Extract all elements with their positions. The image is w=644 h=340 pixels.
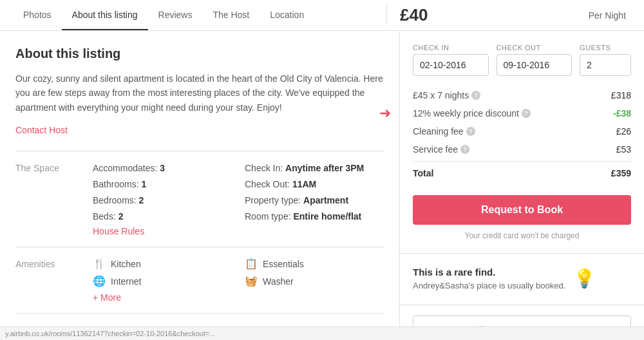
price-header: £40 Per Night bbox=[386, 5, 631, 25]
tab-about-listing[interactable]: About this listing bbox=[62, 1, 148, 30]
cleaning-fee-label: Cleaning fee ? bbox=[413, 126, 475, 137]
table-row: £45 x 7 nights ? £318 bbox=[413, 86, 631, 104]
guests-select[interactable]: 2 1 3 bbox=[580, 54, 631, 76]
amenities-content: 🍴 Kitchen 📋 Essentials 🌐 Internet 🧺 Wash… bbox=[93, 258, 384, 303]
status-bar: y.airbnb.co.uk/rooms/11362147?checkin=02… bbox=[0, 326, 644, 340]
amenity-kitchen: Kitchen bbox=[111, 259, 141, 269]
kitchen-icon: 🍴 bbox=[93, 258, 106, 270]
request-to-book-button[interactable]: Request to Book bbox=[413, 195, 631, 225]
the-space-col2: Check In: Anytime after 3PM Check Out: 1… bbox=[245, 162, 384, 236]
discount-value: -£38 bbox=[613, 108, 631, 118]
page-title: About this listing bbox=[15, 46, 384, 61]
check-in: Check In: Anytime after 3PM bbox=[245, 162, 384, 175]
more-amenities-link[interactable]: + More bbox=[93, 292, 121, 303]
tab-reviews[interactable]: Reviews bbox=[148, 1, 203, 30]
nights-label: £45 x 7 nights ? bbox=[413, 90, 480, 100]
cleaning-fee-value: £26 bbox=[616, 126, 631, 137]
main-layout: About this listing Our cozy, sunny and s… bbox=[0, 31, 644, 340]
service-fee-label: Service fee ? bbox=[413, 144, 469, 155]
the-space-col1: Accommodates: 3 Bathrooms: 1 Bedrooms: 2… bbox=[93, 162, 232, 236]
accommodates: Accommodates: 3 bbox=[93, 162, 232, 175]
amenity-internet: Internet bbox=[111, 276, 141, 287]
amenities-section: Amenities 🍴 Kitchen 📋 Essentials 🌐 Inter… bbox=[15, 247, 384, 313]
top-navigation: Photos About this listing Reviews The Ho… bbox=[0, 0, 644, 31]
room-type: Room type: Entire home/flat bbox=[245, 210, 384, 223]
booking-panel: Check In Check Out Guests 2 1 3 bbox=[400, 31, 644, 254]
house-rules-link[interactable]: House Rules bbox=[93, 226, 232, 236]
left-content: About this listing Our cozy, sunny and s… bbox=[0, 31, 399, 340]
right-sidebar: Check In Check Out Guests 2 1 3 bbox=[399, 31, 644, 340]
checkin-label: Check In bbox=[413, 44, 489, 52]
rare-find-title: This is a rare find. bbox=[413, 267, 565, 278]
price-amount: £40 bbox=[400, 5, 428, 25]
tab-location[interactable]: Location bbox=[260, 1, 314, 30]
nav-tabs: Photos About this listing Reviews The Ho… bbox=[13, 1, 386, 30]
rare-find-description: Andrey&Sasha's place is usually booked. bbox=[413, 280, 565, 292]
contact-host-link[interactable]: Contact Host bbox=[15, 125, 68, 135]
list-item: 🍴 Kitchen bbox=[93, 258, 232, 270]
amenity-grid: 🍴 Kitchen 📋 Essentials 🌐 Internet 🧺 Wash… bbox=[93, 258, 384, 287]
the-space-content: Accommodates: 3 Bathrooms: 1 Bedrooms: 2… bbox=[93, 162, 384, 236]
description: Our cozy, sunny and silent apartment is … bbox=[15, 71, 384, 115]
internet-icon: 🌐 bbox=[93, 275, 106, 287]
no-charge-text: Your credit card won't be charged bbox=[413, 231, 631, 240]
price-breakdown: £45 x 7 nights ? £318 ➜ 12% weekly price… bbox=[413, 86, 631, 185]
essentials-icon: 📋 bbox=[245, 258, 258, 270]
bedrooms: Bedrooms: 2 bbox=[93, 194, 232, 207]
tab-the-host[interactable]: The Host bbox=[202, 1, 260, 30]
the-space-section: The Space Accommodates: 3 Bathrooms: 1 B… bbox=[15, 151, 384, 247]
url-text: y.airbnb.co.uk/rooms/11362147?checkin=02… bbox=[5, 330, 215, 337]
the-space-label: The Space bbox=[15, 162, 93, 236]
list-item: 🧺 Washer bbox=[245, 275, 384, 287]
date-guests-row: Check In Check Out Guests 2 1 3 bbox=[413, 44, 631, 76]
table-row: Service fee ? £53 bbox=[413, 140, 631, 158]
beds: Beds: 2 bbox=[93, 210, 232, 223]
guests-field: Guests 2 1 3 bbox=[580, 44, 631, 76]
total-value: £359 bbox=[611, 168, 631, 178]
per-night-label: Per Night bbox=[589, 10, 631, 21]
info-icon[interactable]: ? bbox=[471, 91, 480, 100]
amenity-washer: Washer bbox=[263, 276, 294, 287]
amenities-label: Amenities bbox=[15, 258, 93, 303]
info-icon[interactable]: ? bbox=[466, 127, 475, 136]
info-icon[interactable]: ? bbox=[522, 109, 531, 118]
washer-icon: 🧺 bbox=[245, 275, 258, 287]
tab-photos[interactable]: Photos bbox=[13, 1, 62, 30]
table-row: Cleaning fee ? £26 bbox=[413, 122, 631, 140]
checkout-input[interactable] bbox=[497, 54, 573, 76]
discount-label: 12% weekly price discount ? bbox=[413, 108, 531, 118]
checkin-input[interactable] bbox=[413, 54, 489, 76]
service-fee-value: £53 bbox=[616, 144, 631, 155]
check-out: Check Out: 11AM bbox=[245, 178, 384, 191]
property-type: Property type: Apartment bbox=[245, 194, 384, 207]
guests-label: Guests bbox=[580, 44, 631, 52]
checkin-field: Check In bbox=[413, 44, 489, 76]
bathrooms: Bathrooms: 1 bbox=[93, 178, 232, 191]
list-item: 📋 Essentials bbox=[245, 258, 384, 270]
rare-find-text: This is a rare find. Andrey&Sasha's plac… bbox=[413, 267, 565, 292]
total-label: Total bbox=[413, 168, 433, 178]
info-icon[interactable]: ? bbox=[460, 145, 469, 154]
lightbulb-icon: 💡 bbox=[573, 268, 596, 289]
discount-arrow-icon: ➜ bbox=[379, 106, 391, 120]
amenity-essentials: Essentials bbox=[263, 259, 304, 269]
checkout-label: Check Out bbox=[497, 44, 573, 52]
list-item: 🌐 Internet bbox=[93, 275, 232, 287]
total-row: Total £359 bbox=[413, 161, 631, 185]
rare-find-section: This is a rare find. Andrey&Sasha's plac… bbox=[400, 254, 644, 305]
nights-value: £318 bbox=[611, 90, 631, 100]
table-row: ➜ 12% weekly price discount ? -£38 bbox=[413, 104, 631, 122]
checkout-field: Check Out bbox=[497, 44, 573, 76]
